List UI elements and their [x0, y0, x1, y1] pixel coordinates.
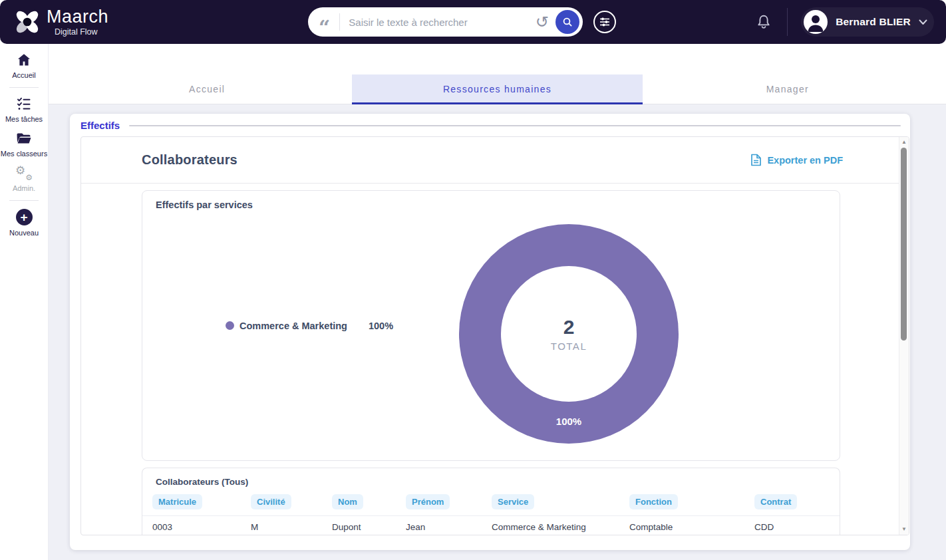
effectifs-card: Effectifs Collaborateurs — [70, 114, 910, 550]
folder-open-icon — [15, 130, 33, 146]
cell-fonction: Comptable — [629, 522, 754, 532]
search-divider — [339, 13, 340, 31]
pdf-file-icon — [750, 154, 762, 166]
notifications-button[interactable] — [755, 13, 772, 31]
section-rule — [129, 125, 901, 126]
sidebar-item-mes-classeurs[interactable]: Mes classeurs — [0, 130, 48, 158]
cell-civilite: M — [251, 522, 332, 532]
sidebar-item-nouveau[interactable]: + Nouveau — [0, 209, 48, 237]
main-area: Accueil Ressources humaines Manager Effe… — [49, 44, 946, 560]
gears-icon: ⚙⚙ — [15, 165, 33, 181]
search-input[interactable] — [349, 17, 533, 28]
panel-title: Collaborateurs — [142, 152, 237, 168]
tab-manager[interactable]: Manager — [643, 74, 933, 104]
search-button[interactable] — [555, 10, 579, 34]
cell-nom: Dupont — [332, 522, 406, 532]
tab-label: Manager — [766, 84, 809, 94]
app-title: Maarch Digital Flow — [47, 8, 108, 37]
legend-dot — [226, 321, 234, 330]
plus-icon: + — [16, 209, 33, 225]
tab-label: Ressources humaines — [443, 84, 552, 94]
app-logo[interactable]: Maarch Digital Flow — [13, 8, 108, 37]
sidebar-item-label: Mes tâches — [5, 115, 43, 123]
magnifier-icon — [562, 17, 573, 27]
chart-legend: Commerce & Marketing 100% — [226, 191, 393, 460]
tab-ressources-humaines[interactable]: Ressources humaines — [352, 74, 642, 104]
sidebar-divider — [9, 200, 39, 201]
panel-body: Effectifs par services Commerce & Market… — [81, 184, 909, 535]
tabbar: Accueil Ressources humaines Manager — [62, 74, 933, 104]
collaborateurs-panel: Collaborateurs Exporter en PDF — [80, 136, 909, 535]
sidebar-item-accueil[interactable]: Accueil — [0, 52, 48, 79]
legend-value: 100% — [369, 321, 393, 331]
maarch-flower-icon — [13, 8, 41, 36]
column-header-matricule[interactable]: Matricule — [152, 494, 202, 509]
scroll-up-arrow[interactable]: ▲ — [899, 140, 909, 145]
cell-prenom: Jean — [406, 522, 492, 532]
legend-label: Commerce & Marketing — [239, 321, 347, 331]
app-title-sub: Digital Flow — [55, 28, 108, 37]
tabs-area: Accueil Ressources humaines Manager — [49, 44, 946, 104]
search-bar: “ ↺ — [308, 7, 583, 37]
sidebar-item-admin[interactable]: ⚙⚙ Admin. — [0, 165, 48, 192]
advanced-search-button[interactable] — [593, 11, 616, 33]
sidebar-item-label: Admin. — [13, 184, 35, 192]
topbar: Maarch Digital Flow “ ↺ — [0, 0, 946, 44]
content: Effectifs Collaborateurs — [49, 104, 946, 560]
panel-header: Collaborateurs Exporter en PDF — [81, 137, 909, 184]
search-history-icon[interactable]: ↺ — [536, 14, 549, 30]
sidebar-item-mes-taches[interactable]: Mes tâches — [0, 96, 48, 123]
chevron-down-icon — [919, 19, 927, 25]
section-title: Effectifs — [80, 120, 120, 131]
user-menu[interactable]: Bernard BLIER — [801, 7, 934, 37]
donut-chart: 2 TOTAL 100% — [459, 224, 679, 444]
sidebar: Accueil Mes tâches Mes classeurs ⚙⚙ — [0, 44, 49, 560]
sidebar-item-label: Accueil — [12, 71, 35, 79]
user-name: Bernard BLIER — [836, 16, 911, 28]
avatar — [804, 10, 828, 34]
column-header-service[interactable]: Service — [492, 494, 534, 509]
section-head: Effectifs — [70, 114, 910, 131]
donut-total-value: 2 — [563, 316, 575, 339]
donut-slice-label: 100% — [556, 416, 581, 427]
column-header-contrat[interactable]: Contrat — [754, 494, 797, 509]
sidebar-item-label: Mes classeurs — [1, 150, 47, 158]
scrollbar-thumb[interactable] — [901, 148, 907, 341]
sliders-icon — [599, 16, 611, 28]
home-icon — [16, 52, 32, 68]
column-header-civilite[interactable]: Civilité — [251, 494, 291, 509]
column-header-prenom[interactable]: Prénom — [406, 494, 450, 509]
chart-card: Effectifs par services Commerce & Market… — [142, 190, 840, 461]
cell-contrat: CDD — [754, 522, 840, 532]
export-pdf-label: Exporter en PDF — [767, 155, 843, 166]
donut-total-label: TOTAL — [551, 341, 587, 352]
person-icon — [804, 10, 828, 34]
sidebar-item-label: Nouveau — [9, 229, 39, 237]
bell-icon — [755, 13, 772, 31]
table-row[interactable]: 0003 M Dupont Jean Commerce & Marketing … — [142, 516, 840, 535]
column-header-nom[interactable]: Nom — [332, 494, 363, 509]
app-title-main: Maarch — [47, 8, 108, 26]
table-header-row: Matricule Civilité Nom Prénom Service Fo… — [142, 494, 840, 516]
scroll-down-arrow[interactable]: ▼ — [899, 527, 909, 532]
topbar-divider — [787, 8, 788, 36]
panel-scrollbar[interactable]: ▲ ▼ — [899, 137, 909, 535]
sidebar-divider — [9, 87, 39, 88]
tasks-icon — [16, 96, 32, 112]
tab-label: Accueil — [189, 84, 225, 94]
table-title: Collaborateurs (Tous) — [142, 468, 840, 494]
donut-center: 2 TOTAL — [501, 266, 637, 402]
cell-matricule: 0003 — [152, 522, 251, 532]
export-pdf-button[interactable]: Exporter en PDF — [750, 154, 843, 166]
column-header-fonction[interactable]: Fonction — [629, 494, 678, 509]
table-card: Collaborateurs (Tous) Matricule Civilité… — [142, 468, 840, 535]
tab-accueil[interactable]: Accueil — [62, 74, 352, 104]
cell-service: Commerce & Marketing — [492, 522, 629, 532]
